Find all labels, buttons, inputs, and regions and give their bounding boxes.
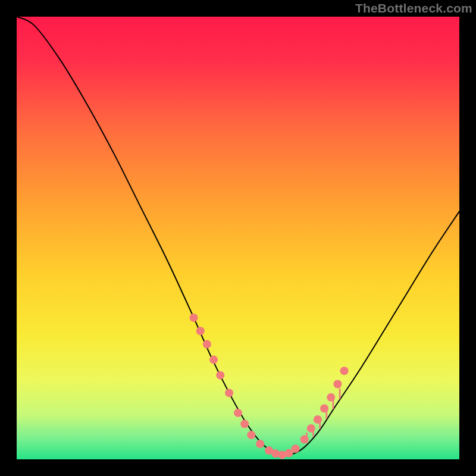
highlight-dot bbox=[203, 340, 211, 349]
chart-svg bbox=[17, 17, 459, 459]
watermark-text: TheBottleneck.com bbox=[355, 1, 472, 15]
highlight-dot bbox=[216, 371, 224, 380]
highlight-dot bbox=[256, 440, 264, 448]
highlight-dot bbox=[234, 409, 242, 417]
plot-area bbox=[17, 17, 459, 459]
highlight-dot bbox=[225, 389, 233, 397]
outer-frame: TheBottleneck.com bbox=[0, 0, 476, 476]
bottleneck-curve bbox=[17, 17, 459, 455]
highlight-dot bbox=[340, 367, 349, 375]
highlight-markers bbox=[190, 314, 349, 459]
highlight-dot bbox=[247, 431, 255, 439]
highlight-dot bbox=[190, 314, 198, 322]
highlight-dot bbox=[292, 444, 300, 453]
highlight-dot bbox=[196, 327, 205, 335]
highlight-dot bbox=[209, 356, 218, 364]
highlight-dot bbox=[333, 380, 342, 389]
highlight-dot bbox=[240, 419, 249, 428]
